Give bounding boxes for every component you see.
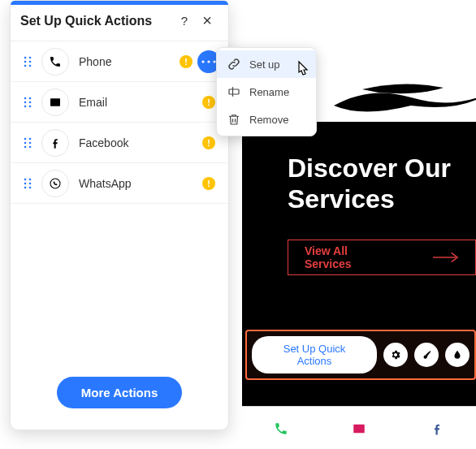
- droplet-icon: [452, 349, 463, 360]
- svg-point-16: [24, 137, 27, 140]
- list-item[interactable]: Phone !: [11, 41, 228, 82]
- drag-handle-icon[interactable]: [22, 56, 33, 67]
- svg-point-14: [24, 105, 27, 107]
- hero-line-1: Discover Our: [288, 153, 451, 183]
- panel-title: Set Up Quick Actions: [20, 14, 173, 28]
- hero-line-2: Services: [288, 184, 395, 214]
- svg-point-27: [29, 186, 32, 188]
- svg-point-12: [24, 101, 27, 103]
- list-item-label: Facebook: [79, 136, 202, 149]
- view-all-label: View All Services: [305, 244, 392, 270]
- list-item-label: Phone: [79, 55, 180, 68]
- more-actions-button[interactable]: More Actions: [57, 377, 182, 408]
- rename-icon: [227, 84, 241, 99]
- menu-item-rename[interactable]: Rename: [217, 78, 316, 106]
- quick-actions-bar: [242, 406, 476, 449]
- phone-icon: [41, 48, 69, 76]
- svg-point-2: [29, 56, 32, 58]
- warning-icon: !: [202, 136, 215, 149]
- drag-handle-icon[interactable]: [22, 178, 33, 189]
- view-all-services-button[interactable]: View All Services: [288, 240, 476, 275]
- close-button[interactable]: ×: [196, 10, 219, 32]
- phone-icon[interactable]: [274, 421, 288, 436]
- svg-point-25: [29, 182, 32, 184]
- svg-rect-29: [229, 89, 239, 94]
- svg-point-3: [24, 60, 27, 63]
- email-icon[interactable]: [352, 421, 366, 436]
- arrow-right-icon: [433, 252, 459, 263]
- svg-point-4: [29, 60, 32, 63]
- svg-point-1: [24, 56, 27, 58]
- email-icon: [41, 89, 69, 116]
- preview-toolbar: Set Up Quick Actions: [245, 330, 476, 380]
- warning-icon: !: [202, 96, 215, 109]
- link-icon: [227, 57, 241, 71]
- svg-point-17: [29, 137, 32, 140]
- brush-icon: [421, 349, 432, 360]
- svg-point-11: [29, 97, 32, 99]
- panel-header: Set Up Quick Actions ? ×: [11, 1, 228, 41]
- drag-handle-icon[interactable]: [22, 97, 33, 108]
- whatsapp-icon: [41, 170, 69, 197]
- svg-point-26: [24, 186, 27, 188]
- settings-button[interactable]: [383, 343, 408, 367]
- actions-list: Phone ! Email ! Facebook ! WhatsApp !: [11, 41, 228, 355]
- list-item-label: Email: [79, 96, 202, 109]
- svg-point-13: [29, 101, 32, 103]
- list-item-label: WhatsApp: [79, 177, 202, 190]
- facebook-icon[interactable]: [430, 421, 444, 436]
- facebook-icon: [41, 129, 69, 157]
- help-button[interactable]: ?: [173, 10, 196, 32]
- design-button[interactable]: [414, 343, 439, 367]
- svg-point-20: [24, 145, 27, 148]
- warning-icon: !: [180, 55, 193, 68]
- svg-point-19: [29, 141, 32, 144]
- menu-item-remove[interactable]: Remove: [217, 106, 316, 133]
- trash-icon: [227, 112, 241, 127]
- svg-point-21: [29, 145, 32, 148]
- svg-point-15: [29, 105, 32, 107]
- svg-point-8: [207, 60, 210, 63]
- color-button[interactable]: [445, 343, 470, 367]
- gear-icon: [390, 349, 401, 360]
- svg-point-7: [201, 60, 204, 63]
- list-item[interactable]: Email !: [11, 82, 228, 123]
- warning-icon: !: [202, 177, 215, 190]
- hero-heading: Discover Our Services: [288, 153, 476, 215]
- menu-item-label: Rename: [249, 86, 289, 98]
- hero-section: Discover Our Services View All Services …: [242, 122, 476, 406]
- svg-point-10: [24, 97, 27, 99]
- svg-point-18: [24, 141, 27, 144]
- setup-quick-actions-chip[interactable]: Set Up Quick Actions: [252, 336, 377, 373]
- svg-point-6: [29, 64, 32, 67]
- svg-point-24: [24, 182, 27, 184]
- menu-item-label: Set up: [249, 58, 280, 71]
- svg-point-5: [24, 64, 27, 67]
- list-item[interactable]: WhatsApp !: [11, 163, 228, 204]
- svg-point-22: [24, 178, 27, 180]
- quick-actions-panel: Set Up Quick Actions ? × Phone ! Email !…: [10, 0, 229, 430]
- cursor-pointer-icon: [294, 60, 310, 80]
- drag-handle-icon[interactable]: [22, 137, 33, 149]
- panel-footer: More Actions: [11, 355, 228, 430]
- menu-item-label: Remove: [249, 114, 288, 126]
- svg-point-23: [29, 178, 32, 180]
- list-item[interactable]: Facebook !: [11, 123, 228, 163]
